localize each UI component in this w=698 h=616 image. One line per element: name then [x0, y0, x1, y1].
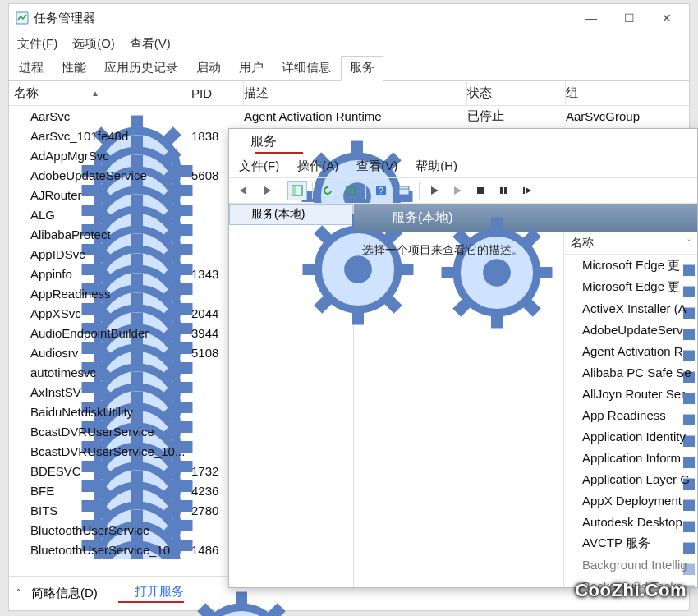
forward-icon[interactable]: [257, 181, 277, 200]
svc-menu-action[interactable]: 操作(A): [297, 159, 338, 174]
services-titlebar[interactable]: 服务: [229, 129, 697, 154]
close-button[interactable]: ✕: [648, 6, 686, 30]
gear-icon: [235, 208, 248, 221]
svc-menu-file[interactable]: 文件(F): [239, 159, 279, 174]
gear-icon: [14, 523, 27, 536]
gear-icon: [14, 306, 27, 319]
play2-icon[interactable]: [448, 181, 467, 200]
tab-users[interactable]: 用户: [231, 57, 272, 80]
gear-icon: [14, 346, 27, 359]
list-item[interactable]: AllJoyn Router Ser: [564, 383, 697, 404]
gear-icon: [14, 385, 27, 398]
back-icon[interactable]: [234, 181, 254, 200]
play-icon[interactable]: [425, 181, 444, 200]
gear-icon: [14, 484, 27, 497]
gear-icon: [14, 109, 27, 122]
menu-file[interactable]: 文件(F): [17, 36, 57, 52]
list-item[interactable]: Agent Activation R: [564, 340, 697, 361]
gear-icon: [566, 344, 579, 357]
restart-icon[interactable]: [517, 181, 536, 200]
gear-icon: [14, 464, 27, 477]
list-item[interactable]: Alibaba PC Safe Se: [564, 361, 697, 383]
services-list[interactable]: 名称 ˇ Microsoft Edge 更Microsoft Edge 更Act…: [564, 232, 697, 587]
list-item[interactable]: Application Identity: [564, 425, 697, 447]
list-item[interactable]: ActiveX Installer (A: [564, 297, 697, 319]
tab-performance[interactable]: 性能: [53, 57, 94, 80]
col-desc[interactable]: 描述: [244, 81, 467, 105]
gear-icon: [14, 149, 27, 162]
svg-rect-14: [292, 186, 296, 195]
list-item[interactable]: Microsoft Edge 更: [564, 255, 697, 276]
panel-icon[interactable]: [287, 181, 307, 200]
tree-node-local[interactable]: 服务(本地): [229, 204, 353, 225]
gear-icon: [14, 444, 27, 457]
window-title: 任务管理器: [34, 11, 572, 26]
gear-icon: [566, 365, 579, 379]
open-services-link[interactable]: 打开服务: [118, 584, 184, 603]
list-item[interactable]: Application Inform: [564, 447, 697, 468]
gear-icon: [566, 451, 579, 464]
gear-icon: [566, 579, 579, 587]
titlebar[interactable]: 任务管理器 — ☐ ✕: [9, 4, 689, 32]
svc-menu-view[interactable]: 查看(V): [356, 159, 397, 174]
help-icon[interactable]: ?: [371, 181, 391, 200]
gear-icon: [566, 472, 579, 485]
list-item[interactable]: Application Layer G: [564, 468, 697, 490]
gear-icon: [14, 405, 27, 418]
tab-details[interactable]: 详细信息: [273, 57, 339, 80]
properties-icon[interactable]: [394, 181, 414, 200]
sort-indicator-icon: ˇ: [687, 238, 691, 248]
tab-startup[interactable]: 启动: [188, 57, 229, 80]
list-item[interactable]: AVCTP 服务: [564, 532, 697, 554]
gear-icon: [14, 129, 27, 142]
table-header[interactable]: 名称▲ PID 描述 状态 组: [9, 81, 689, 106]
gear-icon: [14, 168, 27, 182]
brief-info-link[interactable]: 简略信息(D): [31, 586, 98, 601]
col-state[interactable]: 状态: [467, 81, 566, 105]
table-row[interactable]: AarSvc Agent Activation Runtime 已停止 AarS…: [9, 106, 689, 126]
minimize-button[interactable]: —: [572, 6, 610, 30]
gear-icon: [566, 536, 579, 549]
gear-icon: [374, 211, 387, 224]
list-item[interactable]: Background Tasks: [564, 575, 697, 587]
gear-icon: [14, 503, 27, 517]
services-window: 服务 文件(F) 操作(A) 查看(V) 帮助(H) ? 服务(本地): [228, 128, 698, 588]
divider: [108, 585, 108, 603]
services-tree[interactable]: 服务(本地): [229, 204, 354, 587]
task-manager-icon: [16, 11, 29, 25]
col-pid[interactable]: PID: [191, 81, 244, 105]
gear-icon: [14, 247, 27, 260]
gear-icon: [14, 208, 27, 221]
tab-services[interactable]: 服务: [341, 56, 383, 81]
list-item[interactable]: Autodesk Desktop: [564, 511, 697, 532]
stop-icon[interactable]: [471, 181, 490, 200]
list-item[interactable]: Microsoft Edge 更: [564, 276, 697, 297]
col-group[interactable]: 组: [566, 85, 689, 101]
tab-app-history[interactable]: 应用历史记录: [96, 57, 186, 80]
list-item[interactable]: AppX Deployment: [564, 490, 697, 511]
col-name[interactable]: 名称▲: [11, 81, 191, 105]
svc-col-name[interactable]: 名称 ˇ: [564, 232, 697, 255]
svg-marker-12: [264, 186, 271, 195]
svg-marker-11: [240, 186, 246, 195]
pause-icon[interactable]: [494, 181, 513, 200]
gear-icon: [234, 135, 247, 148]
tab-processes[interactable]: 进程: [11, 57, 52, 80]
collapse-chevron-icon[interactable]: ˄: [16, 587, 21, 600]
export-icon[interactable]: [341, 181, 360, 200]
svc-menu-help[interactable]: 帮助(H): [416, 159, 457, 174]
list-item[interactable]: Background Intellig: [564, 554, 697, 575]
svg-rect-24: [504, 187, 507, 194]
gear-icon: [14, 543, 27, 556]
gear-icon: [566, 558, 579, 571]
gear-icon: [14, 365, 27, 379]
svg-marker-20: [431, 186, 439, 195]
svg-text:?: ?: [379, 186, 383, 195]
maximize-button[interactable]: ☐: [610, 6, 648, 30]
list-item[interactable]: AdobeUpdateServ: [564, 319, 697, 340]
refresh-icon[interactable]: [318, 181, 338, 200]
menu-options[interactable]: 选项(O): [72, 36, 115, 52]
menu-view[interactable]: 查看(V): [130, 36, 171, 52]
list-item[interactable]: App Readiness: [564, 404, 697, 425]
gear-icon: [566, 323, 579, 336]
